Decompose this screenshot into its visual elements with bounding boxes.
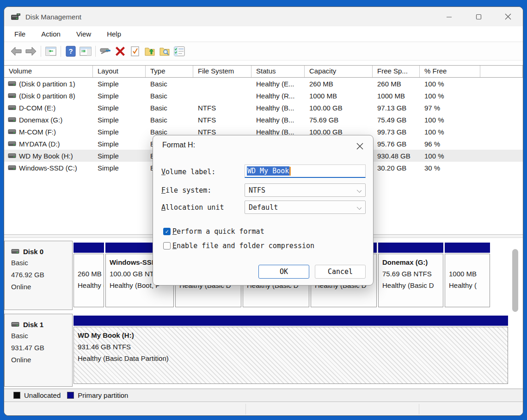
partition[interactable]: Donemax (G:)75.69 GB NTFSHealthy (Basic … [378, 243, 443, 307]
help-icon[interactable]: ? [63, 44, 78, 58]
disk-1-partitions: WD My Book (H:)931.46 GB NTFSHealthy (Ba… [74, 316, 507, 384]
volume-label-input[interactable]: WD My Book [245, 164, 366, 178]
cancel-button[interactable]: Cancel [315, 265, 366, 279]
dialog-title: Format H: [162, 141, 195, 149]
compression-checkbox[interactable]: Enable file and folder compression [163, 242, 314, 250]
volume-row[interactable]: D-COM (E:)SimpleBasicNTFSHealthy (B...10… [4, 102, 523, 114]
format-dialog: Format H: Volume label: File system: All… [153, 135, 374, 286]
title-bar: Disk Management [4, 7, 523, 26]
volume-row[interactable]: (Disk 0 partition 8)SimpleBasicHealthy (… [4, 90, 523, 102]
volume-name-cell: Donemax (G:) [4, 116, 93, 124]
volume-cell: 75.69 GB [305, 116, 373, 124]
back-icon[interactable] [9, 44, 24, 58]
volume-cell: 30 % [420, 164, 480, 172]
explore-folder-icon[interactable] [157, 44, 172, 58]
volume-name-cell: Windows-SSD (C:) [4, 164, 93, 172]
volume-cell: 99.73 GB [373, 128, 420, 136]
drive-icon [8, 104, 16, 112]
volume-cell: Healthy (B... [251, 116, 305, 124]
drive-icon [8, 128, 16, 136]
volume-name-cell: (Disk 0 partition 8) [4, 92, 93, 100]
volume-name-cell: MYDATA (D:) [4, 140, 93, 148]
partition[interactable]: 1000 MBHealthy ( [445, 243, 490, 307]
svg-text:?: ? [68, 47, 73, 55]
legend-item: Unallocated [13, 391, 61, 399]
drive-tool-icon[interactable] [98, 44, 113, 58]
column-header[interactable]: File System [193, 66, 251, 77]
volume-cell: Healthy (E... [251, 80, 305, 88]
allocation-unit-select[interactable]: Default [245, 201, 366, 214]
vertical-scrollbar[interactable] [512, 249, 518, 312]
column-header[interactable]: % Free [420, 66, 480, 77]
partition-text: Donemax (G:) [382, 256, 439, 268]
volume-cell: Healthy (R... [251, 92, 305, 100]
volume-cell: NTFS [193, 104, 251, 112]
drive-icon [8, 140, 16, 148]
allocation-unit-label: Allocation unit [161, 203, 224, 212]
compression-label: Enable file and folder compression [172, 242, 314, 250]
volume-name-cell: D-COM (E:) [4, 104, 93, 112]
disk-status: Online [11, 354, 72, 366]
column-header[interactable]: Capacity [305, 66, 373, 77]
check-document-icon[interactable] [128, 44, 142, 58]
forward-icon[interactable] [24, 44, 38, 58]
toolbar: ? [4, 42, 523, 61]
close-button[interactable] [493, 7, 523, 26]
ok-button[interactable]: OK [258, 265, 309, 279]
column-header[interactable]: Layout [93, 66, 146, 77]
column-header[interactable] [480, 66, 523, 77]
show-action-pane-icon[interactable] [78, 44, 93, 58]
partition-text: 260 MB [78, 268, 100, 280]
partition[interactable]: 260 MBHealthy (E [74, 243, 104, 307]
show-console-tree-icon[interactable] [43, 44, 58, 58]
menu-file[interactable]: File [14, 30, 25, 38]
volume-name-cell: (Disk 0 partition 1) [4, 80, 93, 88]
app-icon [11, 12, 21, 21]
window-title: Disk Management [25, 13, 81, 21]
volume-cell: Simple [93, 152, 146, 160]
volume-cell: Healthy (B... [251, 128, 305, 136]
partition-color-band [74, 243, 104, 253]
volume-cell: 100 % [420, 152, 480, 160]
minimize-button[interactable] [434, 7, 464, 26]
partition-text [449, 256, 486, 268]
disk-icon [11, 248, 19, 256]
open-folder-icon[interactable] [142, 44, 157, 58]
disk-1-header[interactable]: Disk 1Basic931.47 GBOnline [4, 314, 73, 387]
dialog-close-icon[interactable] [354, 140, 366, 152]
chevron-down-icon [357, 188, 362, 193]
menu-help[interactable]: Help [107, 30, 121, 38]
disk-status: Online [11, 281, 72, 293]
checkbox-unchecked-icon [163, 242, 171, 250]
column-header[interactable]: Volume [4, 66, 93, 77]
disk-0-header[interactable]: Disk 0Basic476.92 GBOnline [4, 241, 73, 310]
volume-row[interactable]: Donemax (G:)SimpleBasicNTFSHealthy (B...… [4, 114, 523, 126]
volume-cell: Basic [146, 80, 193, 88]
partition-body: Donemax (G:)75.69 GB NTFSHealthy (Basic … [378, 254, 443, 307]
menu-view[interactable]: View [76, 30, 91, 38]
volume-cell: 260 MB [373, 80, 420, 88]
partition[interactable]: WD My Book (H:)931.46 GB NTFSHealthy (Ba… [74, 316, 508, 384]
volume-row[interactable]: (Disk 0 partition 1)SimpleBasicHealthy (… [4, 78, 523, 90]
volume-cell: 100.00 GB [305, 104, 373, 112]
volume-cell: 96 % [420, 140, 480, 148]
column-header[interactable]: Status [251, 66, 305, 77]
volume-table-header: VolumeLayoutTypeFile SystemStatusCapacit… [4, 65, 523, 78]
volume-cell: NTFS [193, 128, 251, 136]
volume-name-cell: WD My Book (H:) [4, 152, 93, 160]
maximize-button[interactable] [464, 7, 493, 26]
partition-text: 1000 MB [449, 268, 486, 280]
column-header[interactable]: Free Sp... [373, 66, 420, 77]
column-header[interactable]: Type [146, 66, 193, 77]
delete-volume-icon[interactable] [113, 44, 128, 58]
volume-cell: Simple [93, 92, 146, 100]
quick-format-checkbox[interactable]: ✓ Perform a quick format [163, 227, 264, 236]
file-system-select[interactable]: NTFS [245, 183, 366, 197]
volume-cell: 95.76 GB [373, 140, 420, 148]
partition-text: WD My Book (H:) [78, 329, 504, 341]
volume-cell: Healthy (B... [251, 104, 305, 112]
properties-icon[interactable] [172, 44, 187, 58]
volume-cell: 100 % [420, 116, 480, 124]
menu-action[interactable]: Action [41, 30, 61, 38]
partition-color-band [74, 316, 508, 326]
